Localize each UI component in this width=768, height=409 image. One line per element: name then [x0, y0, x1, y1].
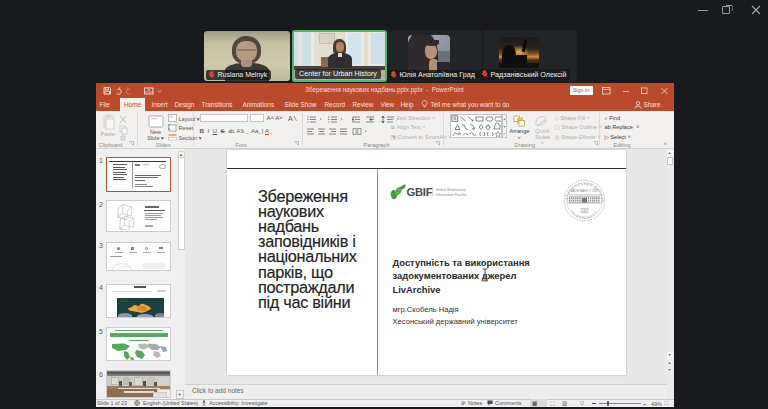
svg-text:ЗАСНОВАНО У 1917: ЗАСНОВАНО У 1917 — [570, 189, 598, 193]
svg-text:Global Biodiversity: Global Biodiversity — [435, 188, 466, 192]
svg-text:A: A — [288, 115, 293, 122]
svg-text:GBIF: GBIF — [406, 186, 432, 198]
svg-text:ХДУ: ХДУ — [582, 209, 588, 213]
svg-text:Information Facility: Information Facility — [435, 193, 466, 197]
